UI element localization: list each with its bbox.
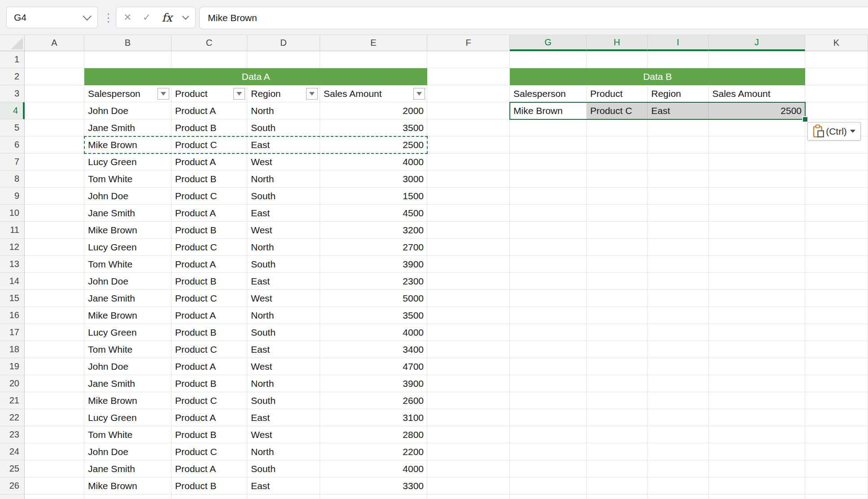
- table-a-title-cell[interactable]: Data A: [84, 68, 427, 85]
- cell-E14[interactable]: 2300: [320, 273, 427, 290]
- cell-E22[interactable]: 3100: [320, 409, 427, 426]
- cell-B5[interactable]: Jane Smith: [84, 119, 171, 136]
- cell-D26[interactable]: East: [247, 477, 320, 495]
- cell-E8[interactable]: 3000: [320, 171, 427, 188]
- cell-B25[interactable]: Jane Smith: [84, 460, 171, 477]
- cell-C14[interactable]: Product B: [171, 273, 247, 290]
- row-header-2[interactable]: 2: [0, 68, 25, 85]
- row-header-8[interactable]: 8: [0, 171, 25, 188]
- row-header-14[interactable]: 14: [0, 273, 25, 290]
- chevron-down-icon[interactable]: [83, 12, 92, 21]
- cell-D23[interactable]: West: [247, 426, 320, 443]
- insert-function-icon[interactable]: fx: [162, 11, 172, 24]
- cell-D5[interactable]: South: [247, 119, 320, 136]
- table-b-header-product[interactable]: Product: [587, 85, 648, 102]
- cell-B13[interactable]: Tom White: [84, 256, 171, 273]
- cell-B9[interactable]: John Doe: [84, 188, 171, 205]
- cell-B20[interactable]: Jane Smith: [84, 375, 171, 392]
- table-b-header-sales-amount[interactable]: Sales Amount: [709, 85, 805, 102]
- cell-B8[interactable]: Tom White: [84, 171, 171, 188]
- column-header-G[interactable]: G: [510, 35, 587, 51]
- cell-E27[interactable]: 4500: [320, 495, 427, 499]
- cell-C8[interactable]: Product B: [171, 171, 247, 188]
- cell-C5[interactable]: Product B: [171, 119, 247, 136]
- select-all-corner[interactable]: [0, 35, 25, 51]
- paste-options-button[interactable]: (Ctrl): [807, 122, 861, 140]
- column-header-C[interactable]: C: [171, 35, 247, 51]
- cell-D24[interactable]: North: [247, 443, 320, 460]
- cell-D12[interactable]: North: [247, 239, 320, 256]
- column-header-D[interactable]: D: [247, 35, 320, 51]
- cell-B18[interactable]: Tom White: [84, 341, 171, 358]
- cell-C13[interactable]: Product A: [171, 256, 247, 273]
- row-header-10[interactable]: 10: [0, 205, 25, 222]
- cell-E23[interactable]: 2800: [320, 426, 427, 443]
- cell-C10[interactable]: Product A: [171, 205, 247, 222]
- filter-button-sales-amount[interactable]: [413, 88, 425, 100]
- cell-D14[interactable]: East: [247, 273, 320, 290]
- cell-C24[interactable]: Product C: [171, 443, 247, 460]
- row-header-15[interactable]: 15: [0, 290, 25, 307]
- row-header-16[interactable]: 16: [0, 307, 25, 324]
- column-header-A[interactable]: A: [25, 35, 84, 51]
- cell-E10[interactable]: 4500: [320, 205, 427, 222]
- cell-B21[interactable]: Mike Brown: [84, 392, 171, 409]
- cell-E25[interactable]: 4000: [320, 460, 427, 477]
- cell-D25[interactable]: South: [247, 460, 320, 477]
- column-header-J[interactable]: J: [709, 35, 805, 51]
- column-header-I[interactable]: I: [648, 35, 709, 51]
- row-header-4[interactable]: 4: [0, 102, 25, 119]
- enter-icon[interactable]: ✓: [143, 12, 151, 23]
- cell-C16[interactable]: Product A: [171, 307, 247, 324]
- cell-B22[interactable]: Lucy Green: [84, 409, 171, 426]
- cell-E11[interactable]: 3200: [320, 222, 427, 239]
- table-a-header-sales-amount[interactable]: Sales Amount: [320, 85, 427, 102]
- cell-B17[interactable]: Lucy Green: [84, 324, 171, 341]
- row-header-26[interactable]: 26: [0, 477, 25, 495]
- cell-B27[interactable]: Lucy Green: [84, 495, 171, 499]
- row-header-21[interactable]: 21: [0, 392, 25, 409]
- row-header-25[interactable]: 25: [0, 460, 25, 477]
- fx-chevron-down-icon[interactable]: [182, 13, 189, 20]
- cell-E24[interactable]: 2200: [320, 443, 427, 460]
- filter-button-salesperson[interactable]: [158, 88, 169, 100]
- cell-D7[interactable]: West: [247, 153, 320, 171]
- cell-D22[interactable]: East: [247, 409, 320, 426]
- row-header-6[interactable]: 6: [0, 136, 25, 153]
- cell-C23[interactable]: Product B: [171, 426, 247, 443]
- column-header-K[interactable]: K: [805, 35, 868, 51]
- cell-B19[interactable]: John Doe: [84, 358, 171, 375]
- cell-E13[interactable]: 3900: [320, 256, 427, 273]
- cell-B24[interactable]: John Doe: [84, 443, 171, 460]
- row-header-3[interactable]: 3: [0, 85, 25, 102]
- name-box[interactable]: G4: [6, 7, 98, 28]
- cell-D20[interactable]: North: [247, 375, 320, 392]
- table-b-title-cell[interactable]: Data B: [510, 68, 805, 85]
- cell-B14[interactable]: John Doe: [84, 273, 171, 290]
- column-header-F[interactable]: F: [427, 35, 510, 51]
- row-header-23[interactable]: 23: [0, 426, 25, 443]
- column-header-B[interactable]: B: [84, 35, 171, 51]
- cell-C25[interactable]: Product A: [171, 460, 247, 477]
- cell-E4[interactable]: 2000: [320, 102, 427, 119]
- cell-B7[interactable]: Lucy Green: [84, 153, 171, 171]
- fill-handle[interactable]: [802, 116, 808, 123]
- cell-D11[interactable]: West: [247, 222, 320, 239]
- cell-D13[interactable]: South: [247, 256, 320, 273]
- cell-E15[interactable]: 5000: [320, 290, 427, 307]
- cell-E26[interactable]: 3300: [320, 477, 427, 495]
- cell-E20[interactable]: 3900: [320, 375, 427, 392]
- cell-B11[interactable]: Mike Brown: [84, 222, 171, 239]
- cell-C21[interactable]: Product C: [171, 392, 247, 409]
- cell-C12[interactable]: Product C: [171, 239, 247, 256]
- filter-button-region[interactable]: [306, 88, 318, 100]
- cancel-icon[interactable]: ✕: [123, 12, 132, 23]
- table-b-header-salesperson[interactable]: Salesperson: [510, 85, 587, 102]
- row-header-20[interactable]: 20: [0, 375, 25, 392]
- paste-options-dropdown-icon[interactable]: [850, 130, 855, 133]
- filter-button-product[interactable]: [233, 88, 245, 100]
- row-header-11[interactable]: 11: [0, 222, 25, 239]
- cell-B26[interactable]: Mike Brown: [84, 477, 171, 495]
- cell-C18[interactable]: Product C: [171, 341, 247, 358]
- cell-C19[interactable]: Product A: [171, 358, 247, 375]
